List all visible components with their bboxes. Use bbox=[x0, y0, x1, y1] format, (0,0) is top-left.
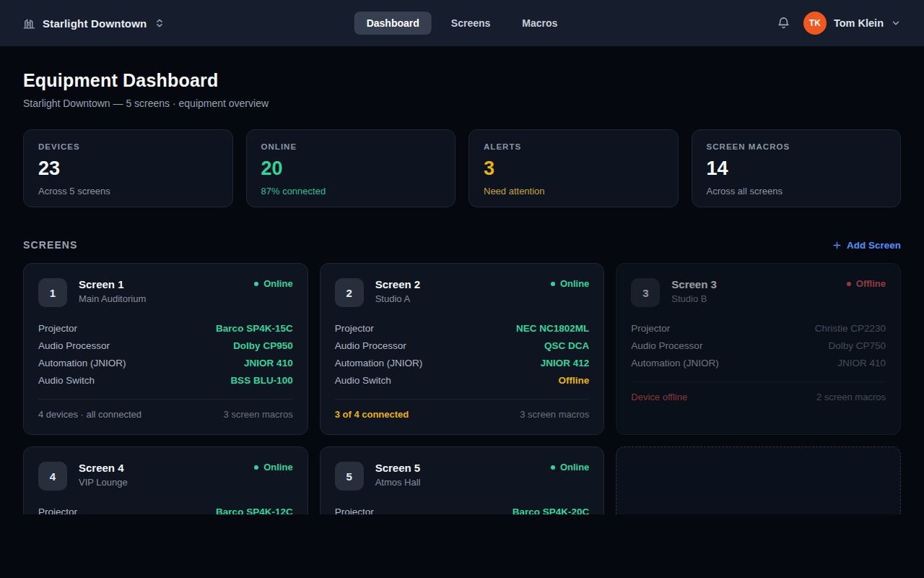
plus-icon bbox=[832, 241, 842, 250]
screen-card-header: 5Screen 5Atmos HallOnline bbox=[335, 462, 590, 491]
avatar: TK bbox=[803, 12, 827, 35]
tab-dashboard[interactable]: Dashboard bbox=[354, 12, 432, 35]
device-rows: ProjectorBarco SP4K-20C bbox=[335, 503, 590, 514]
stat-card: ALERTS3Need attention bbox=[468, 129, 679, 207]
device-value: Dolby CP950 bbox=[233, 340, 293, 351]
device-row: Audio ProcessorDolby CP750 bbox=[631, 337, 886, 354]
status-label: Offline bbox=[856, 278, 886, 289]
device-label: Automation (JNIOR) bbox=[335, 358, 423, 368]
device-value: Offline bbox=[559, 375, 590, 386]
screen-title-block: Screen 3Studio B bbox=[671, 278, 717, 304]
card-footer-right: 3 screen macros bbox=[520, 409, 589, 420]
screen-card-header: 4Screen 4VIP LoungeOnline bbox=[38, 462, 293, 491]
stat-label: DEVICES bbox=[38, 142, 218, 151]
screen-card[interactable]: 4Screen 4VIP LoungeOnlineProjectorBarco … bbox=[23, 447, 308, 514]
screen-location: VIP Lounge bbox=[79, 477, 128, 488]
stat-sub: 87% connected bbox=[261, 186, 441, 197]
main-tabs: DashboardScreensMacros bbox=[354, 12, 570, 35]
device-row: Audio ProcessorDolby CP950 bbox=[38, 337, 293, 354]
status-badge: Offline bbox=[847, 278, 886, 289]
device-value: Barco SP4K-20C bbox=[513, 506, 590, 515]
device-row: Audio SwitchBSS BLU-100 bbox=[38, 371, 293, 389]
tab-screens[interactable]: Screens bbox=[439, 12, 502, 35]
device-row: ProjectorBarco SP4K-12C bbox=[38, 503, 293, 514]
status-badge: Online bbox=[551, 462, 589, 473]
device-value: Christie CP2230 bbox=[815, 323, 886, 334]
device-value: JNIOR 410 bbox=[837, 358, 886, 368]
stat-value: 14 bbox=[707, 158, 886, 180]
device-label: Automation (JNIOR) bbox=[38, 358, 126, 368]
screen-card[interactable]: 2Screen 2Studio AOnlineProjectorNEC NC18… bbox=[320, 263, 605, 435]
card-footer-left: 3 of 4 connected bbox=[335, 409, 409, 420]
page-title: Equipment Dashboard bbox=[23, 70, 901, 91]
device-label: Audio Processor bbox=[335, 340, 406, 351]
screen-card[interactable]: 1Screen 1Main AuditoriumOnlineProjectorB… bbox=[23, 263, 308, 435]
device-rows: ProjectorBarco SP4K-12C bbox=[38, 503, 293, 514]
status-badge: Online bbox=[254, 278, 292, 289]
screen-card[interactable]: 3Screen 3Studio BOfflineProjectorChristi… bbox=[616, 263, 901, 435]
status-label: Online bbox=[560, 462, 589, 473]
card-footer-right: 2 screen macros bbox=[816, 392, 886, 402]
screen-location: Studio A bbox=[375, 293, 421, 304]
device-value: Barco SP4K-12C bbox=[216, 506, 293, 515]
device-label: Projector bbox=[38, 506, 77, 515]
screen-card-header: 2Screen 2Studio AOnline bbox=[335, 278, 590, 307]
screen-card-header: 1Screen 1Main AuditoriumOnline bbox=[38, 278, 293, 307]
add-screen-button[interactable]: Add Screen bbox=[832, 240, 901, 251]
device-row: Automation (JNIOR)JNIOR 410 bbox=[631, 354, 886, 371]
device-row: Automation (JNIOR)JNIOR 412 bbox=[335, 354, 590, 371]
bell-icon[interactable] bbox=[777, 16, 790, 30]
device-value: NEC NC1802ML bbox=[516, 323, 589, 334]
screen-name: Screen 1 bbox=[79, 278, 146, 290]
stat-value: 20 bbox=[261, 158, 441, 180]
stat-card: SCREEN MACROS14Across all screens bbox=[692, 129, 902, 207]
screen-location: Atmos Hall bbox=[375, 477, 421, 488]
nav-right: TK Tom Klein bbox=[777, 12, 901, 35]
screen-name: Screen 2 bbox=[375, 278, 421, 290]
status-badge: Online bbox=[551, 278, 589, 289]
user-name: Tom Klein bbox=[834, 17, 884, 29]
stat-value: 3 bbox=[484, 158, 663, 180]
stat-label: ONLINE bbox=[261, 142, 441, 151]
screen-number-badge: 1 bbox=[38, 278, 67, 307]
screen-number-badge: 2 bbox=[335, 278, 364, 307]
venue-selector[interactable]: Starlight Downtown bbox=[23, 17, 164, 30]
page-subtitle: Starlight Downtown — 5 screens · equipme… bbox=[23, 98, 901, 109]
device-row: Audio SwitchOffline bbox=[335, 371, 590, 389]
screen-number-badge: 3 bbox=[631, 278, 660, 307]
screens-header: SCREENS Add Screen bbox=[23, 239, 901, 251]
screen-number-badge: 4 bbox=[38, 462, 67, 491]
main-content: Equipment Dashboard Starlight Downtown —… bbox=[0, 46, 924, 514]
stat-sub: Need attention bbox=[484, 186, 663, 197]
screen-location: Main Auditorium bbox=[79, 293, 146, 304]
screen-title-block: Screen 4VIP Lounge bbox=[79, 462, 128, 488]
screen-number-badge: 5 bbox=[335, 462, 364, 491]
device-value: BSS BLU-100 bbox=[230, 375, 292, 386]
screen-card-header: 3Screen 3Studio BOffline bbox=[631, 278, 886, 307]
user-menu[interactable]: TK Tom Klein bbox=[803, 12, 901, 35]
device-row: Audio ProcessorQSC DCA bbox=[335, 337, 590, 354]
card-footer-left: 4 devices · all connected bbox=[38, 409, 141, 420]
status-dot-icon bbox=[254, 465, 258, 470]
tab-macros[interactable]: Macros bbox=[510, 12, 570, 35]
device-rows: ProjectorChristie CP2230Audio ProcessorD… bbox=[631, 319, 886, 371]
status-dot-icon bbox=[551, 282, 555, 286]
device-row: ProjectorNEC NC1802ML bbox=[335, 319, 590, 337]
venue-name: Starlight Downtown bbox=[43, 17, 147, 30]
screen-name: Screen 3 bbox=[671, 278, 717, 290]
stat-label: ALERTS bbox=[484, 142, 663, 151]
device-label: Projector bbox=[38, 323, 77, 334]
device-value: QSC DCA bbox=[544, 340, 589, 351]
screens-section-title: SCREENS bbox=[23, 239, 78, 251]
device-value: JNIOR 412 bbox=[541, 358, 590, 368]
device-label: Projector bbox=[335, 506, 374, 515]
status-dot-icon bbox=[254, 282, 258, 286]
status-label: Online bbox=[560, 278, 589, 289]
screen-name: Screen 4 bbox=[79, 462, 128, 474]
screen-card[interactable]: 5Screen 5Atmos HallOnlineProjectorBarco … bbox=[320, 447, 605, 514]
add-screen-placeholder-card[interactable]: + bbox=[616, 447, 901, 514]
card-footer-left: Device offline bbox=[631, 392, 687, 402]
status-badge: Online bbox=[254, 462, 292, 473]
device-label: Automation (JNIOR) bbox=[631, 358, 719, 368]
status-label: Online bbox=[263, 462, 292, 473]
